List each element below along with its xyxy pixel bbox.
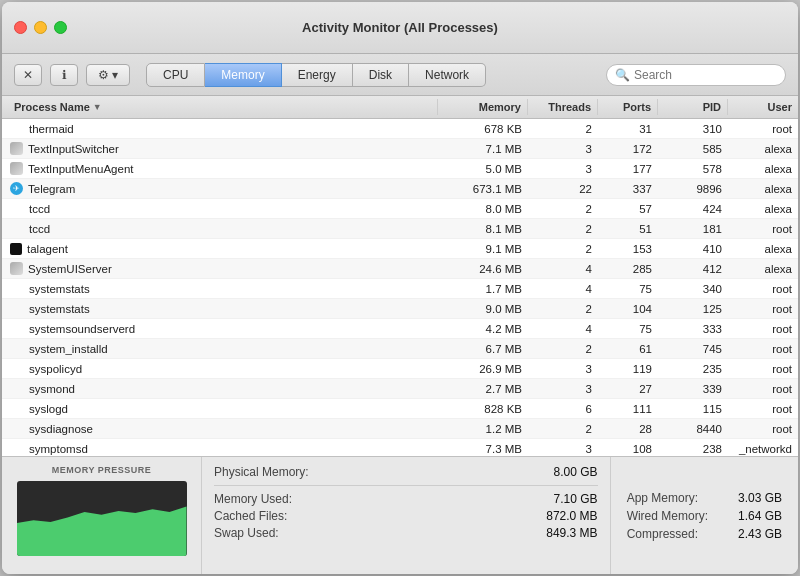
search-box[interactable]: 🔍	[606, 64, 786, 86]
tab-disk[interactable]: Disk	[353, 63, 409, 87]
cell-process: tccd	[2, 222, 438, 236]
cell-memory: 9.1 MB	[438, 243, 528, 255]
table-row[interactable]: syslogd 828 KB 6 111 115 root	[2, 399, 798, 419]
cell-pid: 578	[658, 163, 728, 175]
cell-user: root	[728, 303, 798, 315]
cell-memory: 24.6 MB	[438, 263, 528, 275]
col-memory[interactable]: Memory	[438, 99, 528, 115]
close-button[interactable]	[14, 21, 27, 34]
default-icon	[10, 282, 24, 296]
cell-pid: 339	[658, 383, 728, 395]
cell-process: sysmond	[2, 382, 438, 396]
cell-threads: 3	[528, 363, 598, 375]
table-row[interactable]: TextInputSwitcher 7.1 MB 3 172 585 alexa	[2, 139, 798, 159]
cell-user: root	[728, 283, 798, 295]
table-row[interactable]: sysdiagnose 1.2 MB 2 28 8440 root	[2, 419, 798, 439]
memory-pressure-section: MEMORY PRESSURE	[2, 457, 202, 574]
col-pid[interactable]: PID	[658, 99, 728, 115]
x-icon: ✕	[23, 68, 33, 82]
cell-user: alexa	[728, 263, 798, 275]
col-process[interactable]: Process Name ▼	[2, 99, 438, 115]
table-row[interactable]: sysmond 2.7 MB 3 27 339 root	[2, 379, 798, 399]
cell-ports: 285	[598, 263, 658, 275]
maximize-button[interactable]	[54, 21, 67, 34]
table-row[interactable]: systemsoundserverd 4.2 MB 4 75 333 root	[2, 319, 798, 339]
cell-pid: 8440	[658, 423, 728, 435]
cell-pid: 340	[658, 283, 728, 295]
memory-stats: Physical Memory: 8.00 GB Memory Used: 7.…	[202, 457, 611, 574]
titlebar: Activity Monitor (All Processes)	[2, 2, 798, 54]
info-icon: ℹ	[62, 68, 67, 82]
cell-ports: 75	[598, 283, 658, 295]
toolbar: ✕ ℹ ⚙ ▾ CPU Memory Energy Disk Network 🔍	[2, 54, 798, 96]
telegram-icon: ✈	[10, 182, 23, 195]
traffic-lights	[14, 21, 67, 34]
table-row[interactable]: tccd 8.0 MB 2 57 424 alexa	[2, 199, 798, 219]
col-user[interactable]: User	[728, 99, 798, 115]
cell-memory: 26.9 MB	[438, 363, 528, 375]
cell-user: alexa	[728, 163, 798, 175]
table-row[interactable]: symptomsd 7.3 MB 3 108 238 _networkd	[2, 439, 798, 456]
cell-memory: 6.7 MB	[438, 343, 528, 355]
table-row[interactable]: syspolicyd 26.9 MB 3 119 235 root	[2, 359, 798, 379]
table-row[interactable]: talagent 9.1 MB 2 153 410 alexa	[2, 239, 798, 259]
activity-monitor-window: Activity Monitor (All Processes) ✕ ℹ ⚙ ▾…	[2, 2, 798, 574]
minimize-button[interactable]	[34, 21, 47, 34]
gear-icon: ⚙ ▾	[98, 68, 118, 82]
table-row[interactable]: SystemUIServer 24.6 MB 4 285 412 alexa	[2, 259, 798, 279]
cell-threads: 2	[528, 343, 598, 355]
tab-cpu[interactable]: CPU	[146, 63, 205, 87]
cell-threads: 4	[528, 263, 598, 275]
stat-swap: Swap Used: 849.3 MB	[214, 526, 598, 540]
cell-threads: 2	[528, 303, 598, 315]
cell-process: symptomsd	[2, 442, 438, 456]
cell-threads: 22	[528, 183, 598, 195]
cell-process: systemstats	[2, 282, 438, 296]
search-input[interactable]	[634, 68, 777, 82]
table-row[interactable]: tccd 8.1 MB 2 51 181 root	[2, 219, 798, 239]
cell-threads: 6	[528, 403, 598, 415]
table-row[interactable]: system_installd 6.7 MB 2 61 745 root	[2, 339, 798, 359]
pressure-fill	[17, 501, 187, 556]
default-icon	[10, 382, 24, 396]
tab-energy[interactable]: Energy	[282, 63, 353, 87]
cell-memory: 8.1 MB	[438, 223, 528, 235]
cell-ports: 51	[598, 223, 658, 235]
gear-button[interactable]: ⚙ ▾	[86, 64, 130, 86]
cell-threads: 3	[528, 163, 598, 175]
cell-memory: 673.1 MB	[438, 183, 528, 195]
cell-ports: 177	[598, 163, 658, 175]
cell-ports: 108	[598, 443, 658, 455]
cell-ports: 153	[598, 243, 658, 255]
col-ports[interactable]: Ports	[598, 99, 658, 115]
sort-arrow-icon: ▼	[93, 102, 102, 112]
info-button[interactable]: ℹ	[50, 64, 78, 86]
cell-user: root	[728, 343, 798, 355]
tab-memory[interactable]: Memory	[205, 63, 281, 87]
cell-threads: 3	[528, 143, 598, 155]
cell-pid: 333	[658, 323, 728, 335]
cell-process: syslogd	[2, 402, 438, 416]
cell-ports: 75	[598, 323, 658, 335]
table-row[interactable]: thermaid 678 KB 2 31 310 root	[2, 119, 798, 139]
table-row[interactable]: systemstats 1.7 MB 4 75 340 root	[2, 279, 798, 299]
cell-ports: 119	[598, 363, 658, 375]
col-threads[interactable]: Threads	[528, 99, 598, 115]
close-icon-btn[interactable]: ✕	[14, 64, 42, 86]
cell-pid: 424	[658, 203, 728, 215]
stat-cached: Cached Files: 872.0 MB	[214, 509, 598, 523]
default-icon	[10, 362, 24, 376]
table-row[interactable]: systemstats 9.0 MB 2 104 125 root	[2, 299, 798, 319]
cell-user: root	[728, 403, 798, 415]
cell-user: root	[728, 323, 798, 335]
table-row[interactable]: TextInputMenuAgent 5.0 MB 3 177 578 alex…	[2, 159, 798, 179]
process-table[interactable]: thermaid 678 KB 2 31 310 root TextInputS…	[2, 119, 798, 456]
table-row[interactable]: ✈ Telegram 673.1 MB 22 337 9896 alexa	[2, 179, 798, 199]
cell-user: alexa	[728, 183, 798, 195]
tab-network[interactable]: Network	[409, 63, 486, 87]
stat-divider	[214, 485, 598, 486]
extra-memory-stats: App Memory: 3.03 GB Wired Memory: 1.64 G…	[611, 457, 798, 574]
cell-threads: 2	[528, 423, 598, 435]
cell-ports: 111	[598, 403, 658, 415]
stat-wired-memory: Wired Memory: 1.64 GB	[627, 509, 782, 523]
